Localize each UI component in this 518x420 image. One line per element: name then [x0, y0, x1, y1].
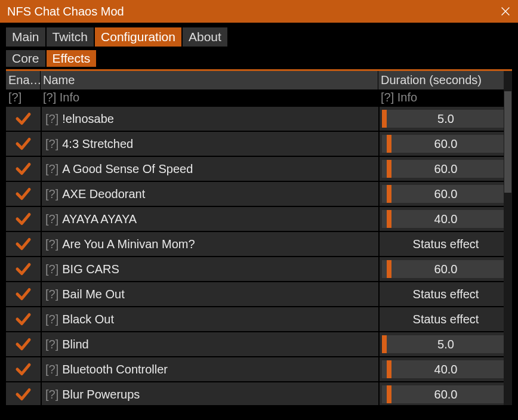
- filter-row: [?] [?] Info [?] Info: [6, 89, 512, 106]
- subtab-core[interactable]: Core: [6, 50, 45, 67]
- enable-checkbox[interactable]: [6, 132, 41, 156]
- duration-slider[interactable]: 60.0: [382, 185, 510, 203]
- table-row: [?]Bluetooth Controller40.0: [6, 357, 512, 381]
- duration-cell: 60.0: [380, 182, 512, 206]
- duration-cell: 5.0: [380, 332, 512, 356]
- main-tabbar: MainTwitchConfigurationAbout: [6, 27, 512, 47]
- tab-main[interactable]: Main: [6, 27, 45, 47]
- slider-handle[interactable]: [387, 385, 391, 403]
- close-icon[interactable]: [499, 5, 512, 18]
- check-icon: [14, 110, 32, 128]
- filter-name[interactable]: [?] Info: [41, 89, 378, 106]
- help-icon[interactable]: [?]: [45, 338, 58, 351]
- help-icon[interactable]: [?]: [45, 313, 58, 326]
- enable-checkbox[interactable]: [6, 182, 41, 206]
- enable-checkbox[interactable]: [6, 157, 41, 181]
- duration-cell: 5.0: [380, 107, 512, 131]
- table-row: [?]!elnosabe5.0: [6, 107, 512, 131]
- tab-about[interactable]: About: [183, 27, 227, 47]
- duration-slider[interactable]: 60.0: [382, 160, 510, 178]
- help-icon[interactable]: [?]: [45, 388, 58, 402]
- effect-name: A Good Sense Of Speed: [62, 162, 193, 176]
- check-icon: [14, 235, 32, 253]
- status-label: Status effect: [413, 288, 479, 301]
- duration-slider[interactable]: 60.0: [382, 260, 510, 278]
- check-icon: [14, 360, 32, 378]
- slider-handle[interactable]: [387, 360, 391, 378]
- col-header-duration[interactable]: Duration (seconds): [378, 71, 512, 89]
- duration-value: 40.0: [434, 212, 458, 226]
- duration-value: 60.0: [434, 262, 458, 276]
- table-row: [?]Blind5.0: [6, 332, 512, 356]
- filter-enabled[interactable]: [?]: [6, 89, 41, 106]
- window-title: NFS Chat Chaos Mod: [7, 5, 124, 18]
- help-icon[interactable]: [?]: [45, 262, 58, 276]
- help-icon[interactable]: [?]: [45, 288, 58, 301]
- duration-value: 60.0: [434, 137, 458, 151]
- enable-checkbox[interactable]: [6, 107, 41, 131]
- duration-slider[interactable]: 60.0: [382, 385, 510, 403]
- help-icon[interactable]: [?]: [45, 112, 58, 126]
- status-label: Status effect: [413, 237, 479, 251]
- duration-slider[interactable]: 40.0: [382, 360, 510, 378]
- scrollbar-thumb[interactable]: [504, 91, 511, 193]
- col-header-enabled[interactable]: Ena…: [6, 71, 41, 89]
- slider-handle[interactable]: [387, 185, 391, 203]
- titlebar: NFS Chat Chaos Mod: [0, 0, 518, 23]
- enable-checkbox[interactable]: [6, 257, 41, 281]
- table-row: [?]4:3 Stretched60.0: [6, 132, 512, 156]
- enable-checkbox[interactable]: [6, 332, 41, 356]
- check-icon: [14, 210, 32, 228]
- check-icon: [14, 285, 32, 303]
- slider-handle[interactable]: [382, 110, 387, 128]
- duration-slider[interactable]: 60.0: [382, 135, 510, 153]
- duration-cell: Status effect: [380, 307, 512, 331]
- slider-handle[interactable]: [387, 210, 391, 228]
- check-icon: [14, 160, 32, 178]
- enable-checkbox[interactable]: [6, 307, 41, 331]
- enable-checkbox[interactable]: [6, 207, 41, 231]
- duration-cell: 60.0: [380, 157, 512, 181]
- table-header: Ena… Name Duration (seconds): [6, 71, 512, 89]
- effect-name: Blind: [62, 338, 88, 351]
- duration-slider[interactable]: 40.0: [382, 210, 510, 228]
- enable-checkbox[interactable]: [6, 382, 41, 405]
- duration-cell: 60.0: [380, 382, 512, 405]
- help-icon[interactable]: [?]: [45, 212, 58, 226]
- filter-duration[interactable]: [?] Info: [378, 89, 512, 106]
- table-row: [?]BIG CARS60.0: [6, 257, 512, 281]
- enable-checkbox[interactable]: [6, 232, 41, 256]
- name-cell: [?]Black Out: [42, 307, 378, 331]
- name-cell: [?]!elnosabe: [42, 107, 378, 131]
- slider-handle[interactable]: [387, 260, 391, 278]
- table-row: [?]A Good Sense Of Speed60.0: [6, 157, 512, 181]
- help-icon[interactable]: [?]: [45, 137, 58, 151]
- slider-handle[interactable]: [387, 160, 391, 178]
- slider-handle[interactable]: [382, 335, 387, 353]
- subtab-effects[interactable]: Effects: [47, 50, 97, 67]
- duration-cell: Status effect: [380, 232, 512, 256]
- enable-checkbox[interactable]: [6, 357, 41, 381]
- help-icon[interactable]: [?]: [45, 237, 58, 251]
- help-icon[interactable]: [?]: [45, 363, 58, 376]
- effect-name: Bluetooth Controller: [62, 363, 168, 376]
- table-row: [?]AXE Deodorant60.0: [6, 182, 512, 206]
- name-cell: [?]AXE Deodorant: [42, 182, 378, 206]
- duration-slider[interactable]: 5.0: [382, 335, 510, 353]
- effect-name: !elnosabe: [62, 112, 114, 126]
- duration-slider[interactable]: 5.0: [382, 110, 510, 128]
- name-cell: [?]Bluetooth Controller: [42, 357, 378, 381]
- name-cell: [?]4:3 Stretched: [42, 132, 378, 156]
- status-label: Status effect: [413, 313, 479, 326]
- help-icon[interactable]: [?]: [45, 187, 58, 201]
- duration-value: 60.0: [434, 187, 458, 201]
- slider-handle[interactable]: [387, 135, 391, 153]
- scrollbar[interactable]: [504, 71, 512, 405]
- enable-checkbox[interactable]: [6, 282, 41, 306]
- col-header-name[interactable]: Name: [41, 71, 378, 89]
- help-icon[interactable]: [?]: [45, 162, 58, 176]
- tab-configuration[interactable]: Configuration: [95, 27, 181, 47]
- check-icon: [14, 185, 32, 203]
- tab-twitch[interactable]: Twitch: [47, 27, 94, 47]
- duration-value: 5.0: [437, 338, 454, 351]
